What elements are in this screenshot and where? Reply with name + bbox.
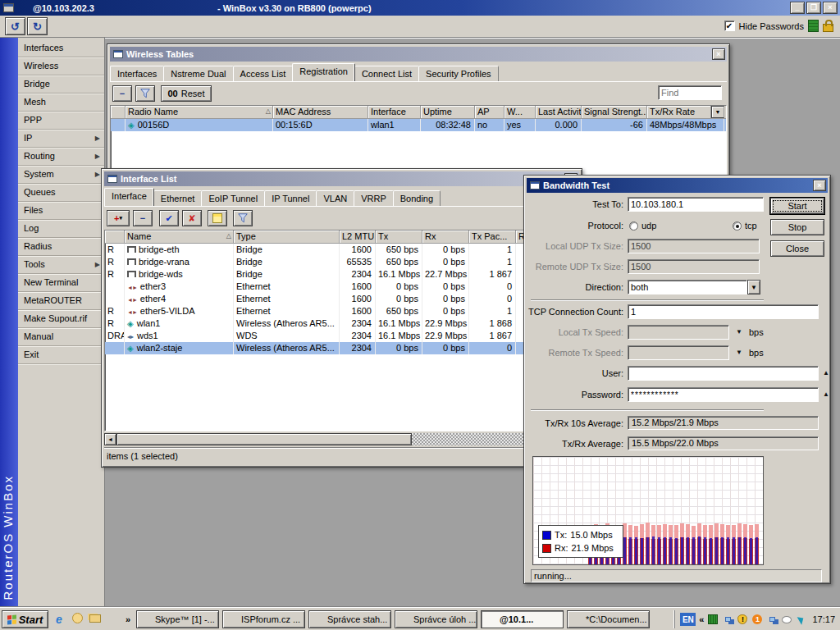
header-name[interactable]: Name△	[125, 231, 234, 243]
registration-row[interactable]: 00156D 00:15:6D wlan1 08:32:48 no yes 0.…	[111, 119, 726, 131]
dropdown-arrow-icon[interactable]: ▼	[747, 280, 760, 294]
network-tray-icon[interactable]	[722, 614, 733, 625]
sidebar-menu-item[interactable]: Make Supout.rif	[18, 310, 104, 328]
folder-icon[interactable]	[89, 613, 102, 626]
bandwidth-test-titlebar[interactable]: Bandwidth Test ×	[527, 178, 828, 193]
sidebar-menu-item[interactable]: Interfaces	[18, 39, 104, 57]
enable-icon[interactable]: ✔	[159, 210, 179, 226]
add-interface-button[interactable]: +▾	[107, 210, 130, 226]
header-flags[interactable]	[105, 231, 125, 243]
disable-icon[interactable]: ✘	[182, 210, 202, 226]
header-tx[interactable]: Tx	[376, 231, 422, 243]
table-row[interactable]: wlan2-staje Wireless (Atheros AR5... 230…	[105, 342, 578, 354]
find-input[interactable]	[658, 85, 722, 100]
close-button[interactable]: ×	[823, 2, 838, 14]
tab[interactable]: Ethernet	[153, 190, 203, 206]
sidebar-menu-item[interactable]: Files	[18, 202, 104, 220]
header-interface[interactable]: Interface	[368, 106, 421, 118]
close-button[interactable]: Close	[770, 240, 824, 257]
messenger-tray-icon[interactable]	[781, 614, 792, 625]
tab[interactable]: Security Profiles	[418, 66, 498, 81]
header-wds[interactable]: W...	[504, 106, 536, 118]
language-indicator[interactable]: EN	[680, 613, 696, 626]
table-row[interactable]: R bridge-eth Bridge 1600 650 bps 0 bps 1	[105, 244, 578, 256]
remove-interface-button[interactable]: −	[133, 210, 153, 226]
sidebar-menu-item[interactable]: System ▶	[18, 166, 104, 184]
user-input[interactable]	[628, 366, 819, 381]
header-blank[interactable]	[111, 106, 126, 118]
wireless-tables-titlebar[interactable]: Wireless Tables ×	[110, 47, 727, 62]
antivirus-tray-icon[interactable]	[796, 614, 807, 625]
clock-app-icon[interactable]	[71, 613, 84, 626]
tab[interactable]: Bonding	[393, 190, 441, 206]
tcp-connection-count-input[interactable]	[628, 304, 819, 319]
start-button[interactable]: Start	[770, 198, 824, 214]
tab[interactable]: Registration	[292, 63, 355, 81]
scrollbar-thumb[interactable]	[116, 433, 412, 445]
tab[interactable]: Nstreme Dual	[163, 66, 233, 81]
taskbar-task-button[interactable]: Správce stah...	[308, 610, 391, 628]
taskbar-task-button[interactable]: *C:\Documen...	[567, 610, 650, 628]
sidebar-menu-item[interactable]: Tools ▶	[18, 256, 104, 274]
expand-up-icon[interactable]: ▲	[823, 387, 829, 402]
stop-button[interactable]: Stop	[770, 219, 824, 235]
header-l2mtu[interactable]: L2 MTU	[340, 231, 376, 243]
quicklaunch-overflow-chevron[interactable]: »	[121, 613, 135, 626]
reset-counters-button[interactable]: 00Reset	[161, 85, 212, 102]
tab[interactable]: EoIP Tunnel	[201, 190, 265, 206]
remove-entry-button[interactable]: −	[112, 85, 132, 102]
table-row[interactable]: R bridge-vrana Bridge 65535 650 bps 0 bp…	[105, 256, 578, 268]
header-ap[interactable]: AP	[475, 106, 504, 118]
hide-passwords-checkbox[interactable]: ✔	[724, 21, 735, 31]
sidebar-menu-item[interactable]: Radius	[18, 238, 104, 256]
sidebar-menu-item[interactable]: Log	[18, 220, 104, 238]
tab[interactable]: IP Tunnel	[264, 190, 317, 206]
taskbar-task-button[interactable]: @10.1...	[481, 610, 564, 628]
header-signal-strength[interactable]: Signal Strengt...	[582, 106, 647, 118]
sidebar-menu-item[interactable]: Manual	[18, 328, 104, 346]
updates-tray-icon[interactable]	[707, 614, 719, 625]
protocol-tcp-radio[interactable]: tcp	[733, 218, 757, 233]
password-input[interactable]	[628, 387, 819, 402]
tab[interactable]: VRRP	[354, 190, 394, 206]
redo-icon[interactable]: ↻	[27, 17, 48, 35]
header-rx[interactable]: Rx	[422, 231, 469, 243]
header-uptime[interactable]: Uptime	[421, 106, 475, 118]
table-row[interactable]: R ether5-VILDA Ethernet 1600 650 bps 0 b…	[105, 305, 578, 317]
tab[interactable]: VLAN	[316, 190, 354, 206]
taskbar-task-button[interactable]: ISPforum.cz ...	[222, 610, 305, 628]
sidebar-menu-item[interactable]: New Terminal	[18, 274, 104, 292]
sidebar-menu-item[interactable]: Mesh	[18, 94, 104, 112]
expand-up-icon[interactable]: ▲	[823, 366, 829, 381]
main-titlebar[interactable]: @10.103.202.3 - WinBox v3.30 on RB800 (p…	[0, 0, 840, 16]
header-tx-packets[interactable]: Tx Pac...	[469, 231, 516, 243]
tab[interactable]: Interface	[104, 188, 154, 206]
sidebar-menu-item[interactable]: Wireless	[18, 57, 104, 75]
sidebar-menu-item[interactable]: Routing ▶	[18, 148, 104, 166]
notification-badge-tray-icon[interactable]: 1	[751, 614, 763, 625]
sidebar-menu-item[interactable]: MetaROUTER	[18, 292, 104, 310]
sidebar-menu-item[interactable]: Bridge	[18, 75, 104, 94]
close-icon[interactable]: ×	[813, 180, 826, 191]
header-type[interactable]: Type	[234, 231, 340, 243]
direction-select[interactable]	[628, 280, 747, 294]
header-radio-name[interactable]: Radio Name△	[126, 106, 273, 118]
filter-icon[interactable]	[233, 210, 253, 226]
interface-list-titlebar[interactable]: Interface List ×	[104, 171, 579, 186]
tray-collapse-chevron[interactable]: «	[699, 614, 704, 624]
tab[interactable]: Connect List	[354, 66, 419, 81]
taskbar-task-button[interactable]: Skype™ [1] -...	[136, 610, 219, 628]
column-menu-icon[interactable]: ▼	[711, 106, 724, 118]
sidebar-menu-item[interactable]: Exit	[18, 346, 104, 364]
sidebar-menu-item[interactable]: IP ▶	[18, 130, 104, 148]
table-row[interactable]: R wlan1 Wireless (Atheros AR5... 2304 16…	[105, 317, 578, 330]
table-row[interactable]: ether3 Ethernet 1600 0 bps 0 bps 0	[105, 281, 578, 293]
undo-icon[interactable]: ↺	[5, 17, 25, 35]
restore-button[interactable]: ❐	[806, 2, 821, 14]
header-txrx-rate[interactable]: Tx/Rx Rate	[647, 106, 711, 118]
table-row[interactable]: ether4 Ethernet 1600 0 bps 0 bps 0	[105, 293, 578, 305]
table-row[interactable]: R bridge-wds Bridge 2304 16.1 Mbps 22.7 …	[105, 268, 578, 281]
dropdown-arrow-icon[interactable]: ▼	[736, 325, 742, 340]
taskbar-task-button[interactable]: Správce úloh ...	[395, 610, 477, 628]
test-to-input[interactable]	[628, 197, 764, 212]
